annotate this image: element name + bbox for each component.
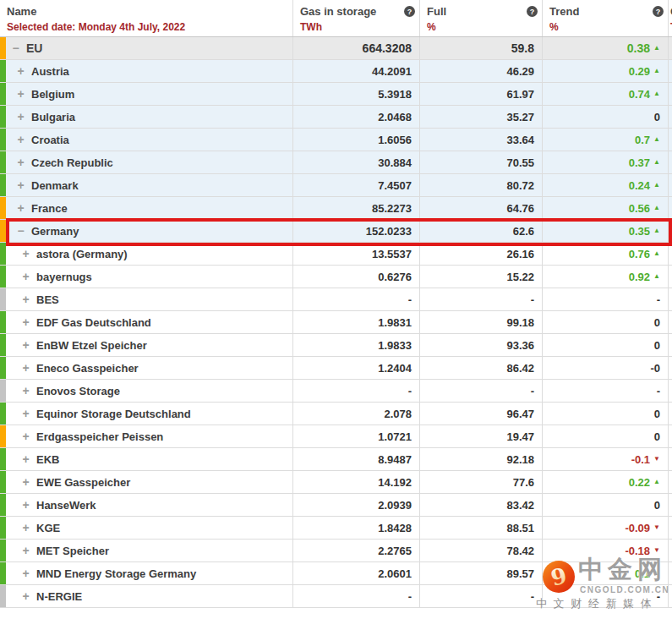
trend-up-icon: ▲ xyxy=(653,250,660,257)
row-name-cell: +Belgium xyxy=(6,83,292,105)
expand-icon[interactable]: + xyxy=(20,339,31,351)
trend-column-unit: % xyxy=(549,21,664,33)
table-row[interactable]: +Enovos Storage--- xyxy=(0,380,672,403)
table-row[interactable]: +EnBW Etzel Speicher1.983393.360 xyxy=(0,334,672,357)
expand-icon[interactable]: + xyxy=(15,202,26,214)
full-percent-value: 92.18 xyxy=(419,448,542,470)
expand-icon[interactable]: + xyxy=(20,316,31,328)
full-percent-value: 80.72 xyxy=(419,174,542,196)
table-row[interactable]: +Erdgasspeicher Peissen1.072119.470 xyxy=(0,425,672,448)
row-name-cell: +EnBW Etzel Speicher xyxy=(6,334,292,356)
row-status-bar xyxy=(0,425,6,447)
trend-value: - xyxy=(542,288,668,310)
expand-icon[interactable]: + xyxy=(20,362,31,374)
full-percent-value: 33.64 xyxy=(419,129,542,151)
table-row[interactable]: +MET Speicher2.276578.42-0.18▼ xyxy=(0,540,672,562)
trend-number: -0 xyxy=(650,362,660,375)
expand-icon[interactable]: + xyxy=(20,590,31,602)
trend-value: -0.1▼ xyxy=(542,448,668,470)
row-name-cell: +Enovos Storage xyxy=(6,380,292,402)
clipped-column-cell xyxy=(668,403,672,425)
row-name: Denmark xyxy=(31,179,79,192)
table-row[interactable]: +EDF Gas Deutschland1.983199.180 xyxy=(0,311,672,334)
expand-icon[interactable]: + xyxy=(20,499,31,511)
expand-icon[interactable]: + xyxy=(20,408,31,419)
expand-icon[interactable]: + xyxy=(15,134,26,145)
clipped-column-cell xyxy=(668,220,672,242)
clipped-column-cell xyxy=(668,334,672,356)
row-name-cell: +Austria xyxy=(6,60,292,82)
full-percent-value: 46.29 xyxy=(419,60,542,82)
row-status-bar xyxy=(0,106,6,128)
table-row[interactable]: +Eneco Gasspeicher1.240486.42-0 xyxy=(0,357,672,380)
row-name: EnBW Etzel Speicher xyxy=(36,339,147,352)
table-row[interactable]: +HanseWerk2.093983.420 xyxy=(0,494,672,517)
table-row[interactable]: +France85.227364.760.56▲ xyxy=(0,197,672,220)
expand-icon[interactable]: + xyxy=(20,476,31,488)
expand-icon[interactable]: + xyxy=(20,430,31,442)
full-percent-value: 62.6 xyxy=(419,220,542,242)
table-row[interactable]: +Bulgaria2.046835.270 xyxy=(0,106,672,129)
row-name-cell: +astora (Germany) xyxy=(6,243,292,265)
trend-value: 0.38▲ xyxy=(542,37,668,59)
table-row[interactable]: +Denmark7.450780.720.24▲ xyxy=(0,174,672,197)
expand-icon[interactable]: + xyxy=(20,453,31,465)
expand-icon[interactable]: + xyxy=(15,156,26,168)
trend-up-icon: ▲ xyxy=(653,570,660,577)
table-row[interactable]: +Equinor Storage Deutschland2.07896.470 xyxy=(0,403,672,425)
help-icon[interactable]: ? xyxy=(653,6,664,17)
table-row[interactable]: +EKB8.948792.18-0.1▼ xyxy=(0,448,672,471)
table-row[interactable]: +Belgium5.391861.970.74▲ xyxy=(0,83,672,106)
gas-in-storage-value: - xyxy=(292,288,419,310)
gas-in-storage-value: 8.9487 xyxy=(292,448,419,470)
table-row[interactable]: +Austria44.209146.290.29▲ xyxy=(0,60,672,83)
help-icon[interactable]: ? xyxy=(404,6,415,17)
collapse-icon[interactable]: − xyxy=(15,225,26,237)
table-row[interactable]: +N-ERGIE--- xyxy=(0,585,672,608)
table-row[interactable]: −EU664.320859.80.38▲ xyxy=(0,37,672,60)
expand-icon[interactable]: + xyxy=(15,65,26,77)
expand-icon[interactable]: + xyxy=(20,248,31,260)
expand-icon[interactable]: + xyxy=(20,522,31,534)
table-row[interactable]: +MND Energy Storage Germany2.060189.570.… xyxy=(0,562,672,585)
trend-number: 0.35 xyxy=(629,225,650,238)
table-row[interactable]: +Croatia1.605633.640.7▲ xyxy=(0,129,672,151)
row-name-cell: +EKB xyxy=(6,448,292,470)
expand-icon[interactable]: + xyxy=(20,385,31,397)
gas-in-storage-value: - xyxy=(292,380,419,402)
table-row[interactable]: +bayernugs0.627615.220.92▲ xyxy=(0,266,672,288)
expand-icon[interactable]: + xyxy=(20,293,31,305)
table-row[interactable]: +Czech Republic30.88470.550.37▲ xyxy=(0,151,672,174)
full-percent-value: 26.16 xyxy=(419,243,542,265)
expand-icon[interactable]: + xyxy=(20,545,31,556)
table-row[interactable]: +KGE1.842888.51-0.09▼ xyxy=(0,517,672,540)
row-name: Germany xyxy=(31,225,79,238)
full-percent-value: - xyxy=(419,585,542,607)
trend-number: - xyxy=(657,293,660,306)
table-row[interactable]: +EWE Gasspeicher14.19277.60.22▲ xyxy=(0,471,672,494)
collapse-icon[interactable]: − xyxy=(10,42,21,54)
full-percent-value: 64.76 xyxy=(419,197,542,219)
full-percent-value: 15.22 xyxy=(419,266,542,288)
row-status-bar xyxy=(0,129,6,151)
clipped-column-cell xyxy=(668,471,672,493)
row-status-bar xyxy=(0,403,6,425)
expand-icon[interactable]: + xyxy=(15,111,26,123)
expand-icon[interactable]: + xyxy=(20,567,31,579)
row-name: Czech Republic xyxy=(31,156,113,169)
row-status-bar xyxy=(0,151,6,173)
table-row[interactable]: −Germany152.023362.60.35▲ xyxy=(0,220,672,243)
expand-icon[interactable]: + xyxy=(20,271,31,282)
row-status-bar xyxy=(0,494,6,516)
clipped-column-cell xyxy=(668,174,672,196)
expand-icon[interactable]: + xyxy=(15,88,26,100)
trend-value: 0 xyxy=(542,425,668,447)
trend-number: -0.18 xyxy=(625,545,650,557)
help-icon[interactable]: ? xyxy=(527,6,538,17)
row-name-cell: +Denmark xyxy=(6,174,292,196)
table-row[interactable]: +BES--- xyxy=(0,288,672,311)
table-row[interactable]: +astora (Germany)13.553726.160.76▲ xyxy=(0,243,672,266)
full-percent-value: 61.97 xyxy=(419,83,542,105)
expand-icon[interactable]: + xyxy=(15,179,26,191)
trend-up-icon: ▲ xyxy=(653,136,660,143)
